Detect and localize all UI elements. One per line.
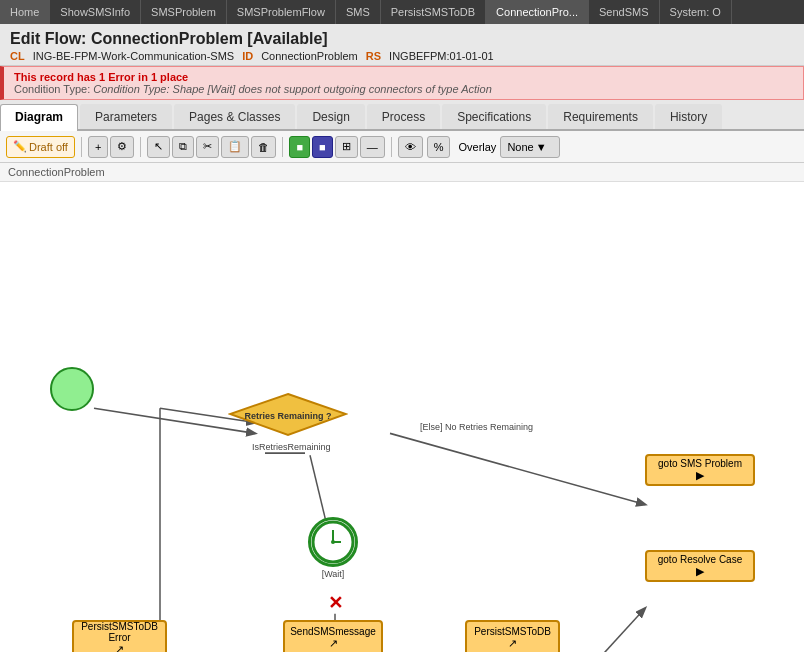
persist-sms-node[interactable]: PersistSMSToDB ↗ (465, 620, 560, 652)
toolbar-group-add: + ⚙ (88, 136, 134, 158)
nav-showsmsinfo[interactable]: ShowSMSInfo (50, 0, 141, 24)
select-button[interactable]: ↖ (147, 136, 170, 158)
draft-label: Draft off (29, 141, 68, 153)
pencil-icon: ✏️ (13, 140, 27, 153)
goto-resolve-node[interactable]: goto Resolve Case ▶ (645, 550, 755, 582)
error-banner: This record has 1 Error in 1 place Condi… (0, 66, 804, 100)
toolbar-separator-3 (282, 137, 283, 157)
svg-point-18 (331, 540, 335, 544)
wait-label: [Wait] (308, 569, 358, 579)
nav-connectionpro[interactable]: ConnectionPro... (486, 0, 589, 24)
persist-sms-arrow-icon: ↗ (508, 637, 517, 650)
error-detail: Condition Type: Condition Type: Shape [W… (14, 83, 793, 95)
diagram-breadcrumb: ConnectionProblem (0, 163, 804, 182)
diagram-canvas[interactable]: Retries Remaining ? [Wait] SendSMSmessag… (0, 182, 804, 652)
nav-smsproblemflow[interactable]: SMSProblemFlow (227, 0, 336, 24)
copy-button[interactable]: ⧉ (172, 136, 194, 158)
tab-history[interactable]: History (655, 104, 722, 129)
persist-sms-label: PersistSMSToDB (474, 626, 551, 637)
goto-resolve-label: goto Resolve Case (658, 554, 743, 565)
error-title: This record has 1 Error in 1 place (14, 71, 793, 83)
tab-pages-classes[interactable]: Pages & Classes (174, 104, 295, 129)
persist-error-node[interactable]: PersistSMSToDBError ↗ (72, 620, 167, 652)
separator-h-button[interactable]: ― (360, 136, 385, 158)
persist-error-label: PersistSMSToDBError (81, 621, 158, 643)
nav-sms[interactable]: SMS (336, 0, 381, 24)
toolbar-separator-1 (81, 137, 82, 157)
toolbar-group-shape: ■ ■ ⊞ ― (289, 136, 384, 158)
wait-node[interactable] (308, 517, 358, 567)
goto-smsproblem-label: goto SMS Problem (658, 458, 742, 469)
draft-toggle-button[interactable]: ✏️ Draft off (6, 136, 75, 158)
else-no-retries-label: [Else] No Retries Remaining (420, 422, 533, 432)
svg-line-8 (390, 433, 645, 504)
goto-resolve-icon: ▶ (696, 565, 704, 578)
sendsms-arrow-icon: ↗ (329, 637, 338, 650)
settings-button[interactable]: ⚙ (110, 136, 134, 158)
nav-smsproblem[interactable]: SMSProblem (141, 0, 227, 24)
goto-smsproblem-icon: ▶ (696, 469, 704, 482)
start-node[interactable] (50, 367, 94, 411)
toolbar-group-edit: ↖ ⧉ ✂ 📋 🗑 (147, 136, 276, 158)
tab-requirements[interactable]: Requirements (548, 104, 653, 129)
nav-home[interactable]: Home (0, 0, 50, 24)
tab-design[interactable]: Design (297, 104, 364, 129)
sendsms-node[interactable]: SendSMSmessage ↗ (283, 620, 383, 652)
goto-smsproblem-node[interactable]: goto SMS Problem ▶ (645, 454, 755, 486)
percent-button[interactable]: % (427, 136, 451, 158)
tab-specifications[interactable]: Specifications (442, 104, 546, 129)
eye-button[interactable]: 👁 (398, 136, 423, 158)
sendsms-label: SendSMSmessage (290, 626, 376, 637)
svg-line-9 (580, 608, 645, 652)
green-shape-button[interactable]: ■ (289, 136, 310, 158)
rs-value: INGBEFPM:01-01-01 (389, 50, 494, 62)
rs-label: RS (366, 50, 381, 62)
overlay-dropdown[interactable]: None▼ (500, 136, 560, 158)
id-value: ConnectionProblem (261, 50, 358, 62)
tab-process[interactable]: Process (367, 104, 440, 129)
paste-button[interactable]: 📋 (221, 136, 249, 158)
svg-text:Retries Remaining ?: Retries Remaining ? (244, 411, 331, 421)
toolbar-separator-4 (391, 137, 392, 157)
page-meta: CL ING-BE-FPM-Work-Communication-SMS ID … (10, 50, 794, 62)
cl-value: ING-BE-FPM-Work-Communication-SMS (33, 50, 235, 62)
nav-sendsms[interactable]: SendSMS (589, 0, 660, 24)
delete-button[interactable]: 🗑 (251, 136, 276, 158)
cut-button[interactable]: ✂ (196, 136, 219, 158)
top-navigation: Home ShowSMSInfo SMSProblem SMSProblemFl… (0, 0, 804, 24)
persist-error-arrow-icon: ↗ (115, 643, 124, 653)
is-retries-label: IsRetriesRemaining (252, 442, 331, 452)
id-label: ID (242, 50, 253, 62)
tab-diagram[interactable]: Diagram (0, 104, 78, 131)
nav-persistsmstodb[interactable]: PersistSMSToDB (381, 0, 486, 24)
toolbar: ✏️ Draft off + ⚙ ↖ ⧉ ✂ 📋 🗑 ■ ■ ⊞ ― 👁 % O… (0, 131, 804, 163)
retries-diamond[interactable]: Retries Remaining ? (228, 392, 348, 437)
page-header: Edit Flow: ConnectionProblem [Available]… (0, 24, 804, 66)
nav-system[interactable]: System: O (660, 0, 732, 24)
tabs-bar: Diagram Parameters Pages & Classes Desig… (0, 100, 804, 131)
cl-label: CL (10, 50, 25, 62)
overlay-label: Overlay (458, 141, 496, 153)
table-button[interactable]: ⊞ (335, 136, 358, 158)
toolbar-separator-2 (140, 137, 141, 157)
blue-shape-button[interactable]: ■ (312, 136, 333, 158)
tab-parameters[interactable]: Parameters (80, 104, 172, 129)
add-button[interactable]: + (88, 136, 108, 158)
page-title: Edit Flow: ConnectionProblem [Available] (10, 30, 794, 48)
error-x-mark: ✕ (328, 592, 343, 614)
